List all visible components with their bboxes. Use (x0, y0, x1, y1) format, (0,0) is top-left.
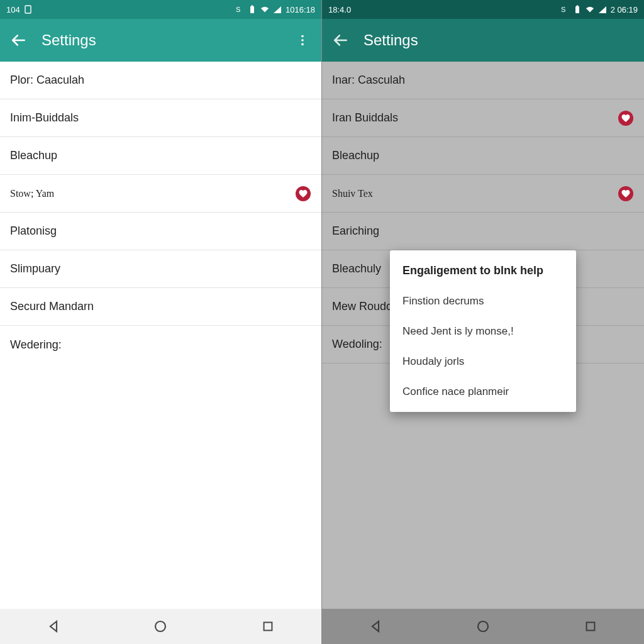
status-bar: 104 S 1016:18 (0, 0, 321, 19)
nav-recents-icon (584, 619, 597, 633)
popup-item[interactable]: Need Jent is ly monse,! (390, 316, 576, 347)
android-nav-bar (0, 609, 321, 644)
svg-rect-2 (250, 6, 254, 13)
page-icon (24, 5, 33, 14)
overflow-menu-button[interactable] (289, 26, 316, 54)
battery-icon (248, 5, 257, 14)
settings-row-label: Bleachup (332, 149, 634, 162)
signal-s-icon: S (560, 5, 569, 14)
settings-row[interactable]: Platonisg (0, 213, 321, 250)
settings-row-label: Slimpuary (10, 262, 311, 275)
wifi-icon (260, 5, 269, 14)
settings-row[interactable]: Bleachup (0, 137, 321, 175)
cell-icon (598, 5, 607, 14)
right-phone-screen: 18:4.0 S 2 06:19 (322, 0, 644, 644)
settings-row[interactable]: Inar: Casculah (322, 62, 644, 99)
svg-rect-0 (25, 6, 31, 13)
nav-home-button[interactable] (135, 614, 186, 639)
settings-row-label: Eariching (332, 225, 634, 238)
settings-row[interactable]: Stow; Yam (0, 175, 321, 213)
settings-row-label: Shuiv Tex (332, 188, 618, 199)
settings-row[interactable]: Plor: Caaculah (0, 62, 321, 99)
settings-row[interactable]: Iran Buiddals (322, 99, 644, 137)
heart-badge-icon (295, 186, 311, 202)
popup-menu: Engaligement to blnk help Finstion decru… (390, 250, 576, 412)
popup-item[interactable]: Finstion decrums (390, 286, 576, 316)
svg-rect-9 (264, 623, 272, 631)
settings-row-label: Bleachup (10, 149, 311, 162)
back-button[interactable] (327, 26, 355, 54)
svg-point-15 (478, 621, 488, 631)
svg-text:S: S (236, 6, 240, 13)
settings-row-label: Securd Mandarn (10, 300, 311, 313)
popup-item[interactable]: Confice nace planmeir (390, 377, 576, 407)
status-clock-left: 18:4.0 (328, 5, 351, 14)
status-clock-left: 104 (6, 5, 20, 14)
status-clock: 2 06:19 (611, 5, 638, 14)
settings-row[interactable]: Securd Mandarn (0, 288, 321, 326)
svg-rect-3 (252, 6, 253, 7)
nav-home-icon (475, 619, 491, 634)
nav-back-button[interactable] (28, 614, 79, 639)
arrow-back-icon (333, 32, 349, 48)
android-nav-bar (322, 609, 644, 644)
heart-badge-icon (618, 110, 634, 126)
row-badge (295, 186, 311, 202)
svg-point-4 (301, 35, 304, 38)
settings-row[interactable]: Eariching (322, 213, 644, 250)
status-clock: 1016:18 (286, 5, 315, 14)
signal-s-icon: S (235, 5, 244, 14)
svg-rect-12 (576, 6, 578, 7)
settings-row-label: Platonisg (10, 225, 311, 238)
svg-point-5 (301, 39, 304, 42)
settings-row-label: Inim-Buiddals (10, 111, 311, 125)
battery-icon (573, 5, 582, 14)
settings-row-label: Plor: Caaculah (10, 74, 311, 87)
nav-home-button[interactable] (458, 614, 508, 639)
page-title: Settings (42, 31, 289, 49)
nav-recents-button[interactable] (565, 614, 616, 639)
more-vert-icon (296, 33, 309, 47)
nav-back-button[interactable] (350, 614, 401, 639)
settings-row-label: Inar: Casculah (332, 74, 634, 87)
svg-point-6 (301, 43, 304, 46)
settings-list: Plor: CaaculahInim-BuiddalsBleachupStow;… (0, 62, 321, 609)
status-bar: 18:4.0 S 2 06:19 (322, 0, 644, 19)
app-bar: Settings (322, 19, 644, 62)
nav-home-icon (153, 619, 168, 634)
svg-point-8 (155, 621, 165, 631)
cell-icon (273, 5, 282, 14)
row-badge (618, 186, 634, 202)
nav-back-icon (46, 619, 61, 634)
heart-badge-icon (618, 186, 634, 202)
nav-recents-icon (261, 619, 275, 633)
nav-back-icon (368, 619, 383, 634)
svg-rect-11 (575, 6, 579, 13)
settings-row[interactable]: Slimpuary (0, 250, 321, 288)
left-phone-screen: 104 S 1016:18 (0, 0, 322, 644)
popup-item[interactable]: Houdaly jorls (390, 347, 576, 377)
popup-title: Engaligement to blnk help (390, 260, 576, 286)
svg-rect-16 (586, 623, 594, 631)
settings-row[interactable]: Wedering: (0, 326, 321, 364)
settings-row-label: Stow; Yam (10, 188, 295, 199)
arrow-back-icon (11, 32, 27, 48)
settings-row[interactable]: Bleachup (322, 137, 644, 175)
settings-row[interactable]: Shuiv Tex (322, 175, 644, 213)
svg-text:S: S (561, 6, 565, 13)
row-badge (618, 110, 634, 126)
app-bar: Settings (0, 19, 321, 62)
wifi-icon (586, 5, 594, 14)
settings-row-label: Iran Buiddals (332, 111, 618, 125)
nav-recents-button[interactable] (243, 614, 293, 639)
settings-row[interactable]: Inim-Buiddals (0, 99, 321, 137)
page-title: Settings (364, 31, 639, 49)
back-button[interactable] (5, 26, 33, 54)
settings-row-label: Wedering: (10, 338, 311, 352)
